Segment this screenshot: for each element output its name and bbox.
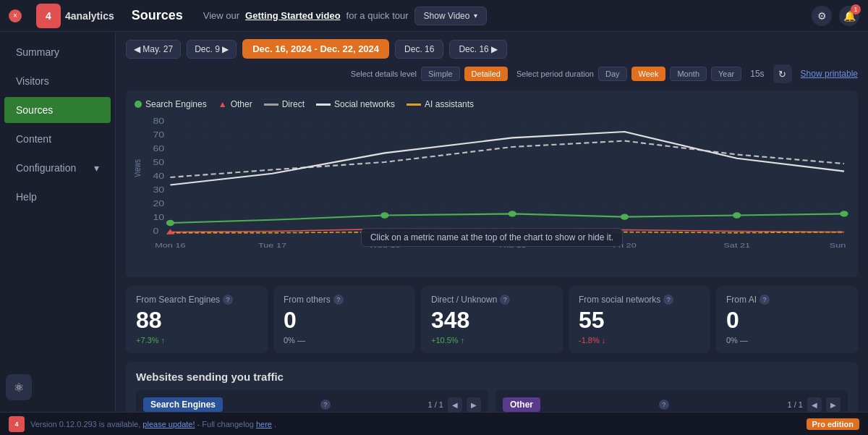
traffic-title: Websites sending you traffic [136, 371, 848, 383]
svg-text:60: 60 [153, 145, 164, 153]
svg-text:Sat 21: Sat 21 [723, 241, 750, 248]
svg-text:20: 20 [153, 200, 164, 208]
arrow-right-icon: ▶ [491, 44, 498, 54]
show-video-button[interactable]: Show Video ▾ [414, 7, 488, 25]
prev-date-button[interactable]: ◀ May. 27 [126, 40, 181, 59]
stat-change-3: -1.8% ↓ [579, 336, 700, 345]
table-header-search: Search Engines ? 1 / 1 ◀ ▶ [143, 397, 481, 412]
svg-point-19 [166, 220, 174, 226]
chevron-down-icon: ▾ [94, 162, 99, 174]
sidebar-item-visitors[interactable]: Visitors [4, 68, 111, 94]
table-prev-search[interactable]: ◀ [448, 397, 462, 412]
date-to-button[interactable]: Dec. 16 ▶ [449, 40, 507, 59]
legend-direct[interactable]: Direct [264, 99, 305, 109]
table-info-icon-other[interactable]: ? [659, 400, 669, 410]
sidebar-bottom: ⚛ [0, 368, 115, 406]
stat-label-3: From social networks ? [579, 295, 700, 305]
stat-value-2: 348 [431, 308, 553, 333]
topbar-right: ⚙ 🔔 1 [812, 6, 859, 26]
stat-label-1: From others ? [284, 295, 405, 305]
detailed-level-button[interactable]: Detailed [464, 67, 508, 81]
stat-value-3: 55 [579, 308, 700, 333]
update-link[interactable]: please update! [142, 420, 195, 428]
sidebar-item-configuration[interactable]: Configuration ▾ [4, 155, 111, 181]
info-icon-4[interactable]: ? [760, 295, 770, 305]
sidebar: Summary Visitors Sources Content Configu… [0, 32, 116, 412]
social-line [316, 104, 331, 106]
chart-area: Search Engines ▲ Other Direct Social net… [126, 90, 858, 277]
svg-point-20 [380, 212, 388, 218]
svg-text:Mon 16: Mon 16 [155, 241, 185, 248]
stat-label-2: Direct / Unknown ? [431, 295, 553, 305]
svg-text:0: 0 [153, 227, 158, 235]
refresh-button[interactable]: ↻ [773, 64, 792, 83]
svg-text:80: 80 [153, 117, 164, 126]
period-duration: Select period duration Day Week Month Ye… [516, 67, 741, 81]
stat-change-4: 0% — [726, 336, 848, 345]
table-prev-other[interactable]: ◀ [807, 397, 822, 412]
stat-label-0: From Search Engines ? [136, 295, 258, 305]
arrow-up-icon: ↑ [461, 336, 465, 345]
logo-area: 4 4analytics [30, 4, 120, 28]
print-button[interactable]: Show printable [801, 69, 858, 79]
stat-card-social: From social networks ? 55 -1.8% ↓ [569, 286, 710, 353]
widget-button[interactable]: ⚛ [6, 374, 32, 400]
getting-started-link[interactable]: Getting Started video [245, 10, 340, 21]
date-from-button[interactable]: Dec. 16 [395, 40, 443, 59]
legend-search-engines[interactable]: Search Engines [135, 99, 207, 109]
chart-legend: Search Engines ▲ Other Direct Social net… [135, 99, 849, 109]
svg-point-22 [621, 214, 629, 219]
main-content: ◀ May. 27 Dec. 9 ▶ Dec. 16, 2024 - Dec. … [116, 32, 868, 412]
legend-other[interactable]: ▲ Other [218, 99, 252, 109]
search-engines-dot [135, 101, 142, 108]
stat-change-0: +7.3% ↑ [136, 336, 258, 345]
sidebar-item-content[interactable]: Content [4, 126, 111, 152]
svg-point-24 [840, 211, 848, 216]
table-info-icon-search[interactable]: ? [320, 400, 331, 410]
minus-icon: — [297, 336, 305, 345]
week-button[interactable]: Week [631, 67, 666, 81]
info-icon-0[interactable]: ? [223, 295, 233, 305]
legend-social[interactable]: Social networks [316, 99, 395, 109]
table-next-other[interactable]: ▶ [826, 397, 841, 412]
settings-button[interactable]: ⚙ [812, 6, 832, 26]
info-icon-2[interactable]: ? [500, 295, 510, 305]
sidebar-item-help[interactable]: Help [4, 184, 111, 210]
svg-text:70: 70 [153, 131, 164, 140]
chevron-down-icon: ▾ [474, 12, 477, 20]
svg-text:50: 50 [153, 159, 164, 167]
sidebar-item-summary[interactable]: Summary [4, 39, 111, 65]
changelog-link[interactable]: here [256, 420, 272, 428]
year-button[interactable]: Year [711, 67, 741, 81]
notification-button[interactable]: 🔔 1 [839, 6, 859, 26]
other-badge[interactable]: Other [503, 397, 540, 412]
arrow-down-icon: ↓ [602, 336, 606, 345]
next-date-button[interactable]: Dec. 9 ▶ [187, 40, 237, 59]
simple-level-button[interactable]: Simple [421, 67, 460, 81]
pro-edition-badge: Pro edition [807, 418, 859, 430]
month-button[interactable]: Month [670, 67, 707, 81]
traffic-table-search: Search Engines ? 1 / 1 ◀ ▶ Website addre… [136, 390, 488, 412]
info-icon-3[interactable]: ? [663, 295, 673, 305]
stat-change-1: 0% — [284, 336, 405, 345]
date-range-button[interactable]: Dec. 16, 2024 - Dec. 22, 2024 [242, 39, 389, 59]
traffic-tables: Search Engines ? 1 / 1 ◀ ▶ Website addre… [136, 390, 848, 412]
topbar-promo: View our Getting Started video for a qui… [192, 7, 803, 25]
layout: Summary Visitors Sources Content Configu… [0, 32, 868, 412]
arrow-up-icon: ↑ [161, 336, 166, 345]
direct-line [264, 104, 278, 106]
page-title: Sources [132, 8, 183, 23]
close-button[interactable]: × [9, 9, 22, 22]
logo-text: 4analytics [65, 10, 114, 22]
stat-value-0: 88 [136, 308, 258, 333]
info-icon-1[interactable]: ? [333, 295, 344, 305]
legend-ai[interactable]: AI assistants [407, 99, 474, 109]
chart-wrapper: 80 70 60 50 40 30 20 10 0 Views [135, 117, 849, 269]
detail-level: Select details level Simple Detailed [351, 67, 508, 81]
date-controls-right: Select details level Simple Detailed Sel… [351, 64, 858, 83]
day-button[interactable]: Day [598, 67, 627, 81]
search-engines-badge[interactable]: Search Engines [143, 397, 223, 412]
table-next-search[interactable]: ▶ [467, 397, 481, 412]
minus-icon: — [740, 336, 748, 345]
sidebar-item-sources[interactable]: Sources [4, 97, 111, 123]
